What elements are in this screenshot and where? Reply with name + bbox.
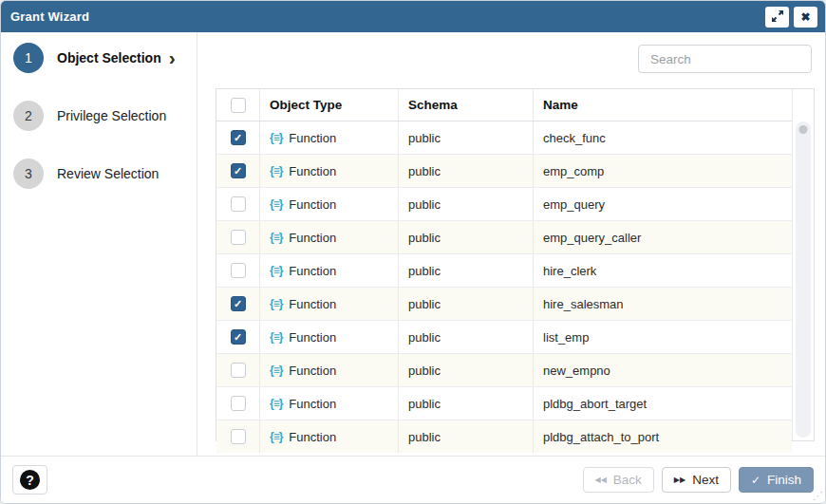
cell-schema: public [399,188,534,220]
cell-name: check_func [534,121,792,154]
row-checkbox[interactable] [231,363,246,378]
step-number-badge: 1 [13,43,44,73]
cell-schema: public [399,221,534,253]
table-header-row: Object Type Schema Name [216,89,792,121]
titlebar[interactable]: Grant Wizard ✖ [1,1,825,32]
dialog-footer: ? ◀◀ Back ▶▶ Next ✓ Finish ⋰ [1,456,825,503]
finish-button-label: Finish [767,473,801,487]
grant-wizard-dialog: Grant Wizard ✖ 1 Object Selection › 2 Pr… [0,0,826,504]
next-button-label: Next [692,473,719,487]
row-checkbox[interactable] [231,230,246,245]
close-icon: ✖ [800,11,810,23]
function-icon: {≡} [270,131,282,144]
row-checkbox[interactable] [231,263,246,278]
column-header-object-type: Object Type [260,89,399,121]
window-title: Grant Wizard [10,9,89,24]
function-icon: {≡} [270,330,282,344]
maximize-button[interactable] [765,7,789,28]
table-row[interactable]: {≡}Functionpublicemp_query [216,188,792,221]
close-button[interactable]: ✖ [794,7,817,28]
function-icon: {≡} [270,430,282,443]
row-checkbox-cell [216,221,260,253]
row-checkbox[interactable]: ✓ [231,296,246,311]
cell-name: emp_comp [534,155,792,187]
column-header-schema: Schema [399,89,534,121]
table-row[interactable]: {≡}Functionpublicpldbg_abort_target [216,387,792,420]
cell-name: new_empno [534,354,792,386]
object-table-rows: ✓{≡}Functionpubliccheck_func✓{≡}Function… [216,121,792,453]
select-all-checkbox[interactable] [231,98,246,113]
function-icon: {≡} [270,164,282,177]
step-privilege-selection[interactable]: 2 Privilege Selection [1,101,197,131]
row-checkbox[interactable] [231,196,246,212]
step-object-selection[interactable]: 1 Object Selection › [1,43,197,73]
table-row[interactable]: ✓{≡}Functionpubliclist_emp [216,321,792,354]
cell-object-type: {≡}Function [260,155,399,187]
row-checkbox-cell [216,420,260,453]
function-icon: {≡} [270,364,282,377]
table-scrollbar[interactable] [792,89,814,440]
step-label: Privilege Selection [57,108,166,123]
next-button[interactable]: ▶▶ Next [662,467,731,493]
table-row[interactable]: ✓{≡}Functionpublicemp_comp [216,155,792,188]
cell-object-type: {≡}Function [260,387,399,420]
cell-name: hire_salesman [534,288,792,320]
row-checkbox[interactable] [231,396,246,411]
cell-name: list_emp [534,321,792,353]
row-checkbox-cell: ✓ [216,288,260,320]
row-checkbox[interactable] [231,429,246,444]
scrollbar-track[interactable] [796,121,811,438]
row-checkbox-cell [216,188,260,220]
table-row[interactable]: {≡}Functionpublichire_clerk [216,254,792,288]
cell-schema: public [399,155,534,187]
row-checkbox[interactable]: ✓ [231,329,246,345]
finish-button[interactable]: ✓ Finish [739,467,814,493]
step-label: Review Selection [57,166,159,181]
table-row[interactable]: {≡}Functionpublicnew_empno [216,354,792,387]
cell-schema: public [399,321,534,353]
table-row[interactable]: ✓{≡}Functionpubliccheck_func [216,121,792,155]
cell-object-type: {≡}Function [260,254,399,287]
function-icon: {≡} [270,231,282,244]
function-icon: {≡} [270,264,282,277]
cell-name: pldbg_attach_to_port [534,420,792,453]
row-checkbox-cell: ✓ [216,155,260,187]
search-input[interactable] [638,45,812,73]
cell-object-type: {≡}Function [260,121,399,154]
row-checkbox[interactable]: ✓ [231,163,246,178]
back-button[interactable]: ◀◀ Back [583,467,654,493]
wizard-steps-panel: 1 Object Selection › 2 Privilege Selecti… [1,32,197,456]
double-left-arrow-icon: ◀◀ [595,476,607,484]
cell-schema: public [399,121,534,154]
cell-object-type: {≡}Function [260,288,399,320]
cell-schema: public [399,387,534,420]
help-icon: ? [20,470,40,490]
row-checkbox[interactable]: ✓ [231,130,246,145]
row-checkbox-cell [216,387,260,420]
table-row[interactable]: {≡}Functionpublicemp_query_caller [216,221,792,254]
dialog-body: 1 Object Selection › 2 Privilege Selecti… [1,32,825,456]
scrollbar-thumb[interactable] [799,125,808,134]
cell-name: emp_query [534,188,792,220]
table-row[interactable]: ✓{≡}Functionpublichire_salesman [216,288,792,321]
cell-schema: public [399,288,534,320]
cell-schema: public [399,420,534,453]
cell-object-type: {≡}Function [260,354,399,386]
header-checkbox-cell [216,89,260,121]
window-controls: ✖ [765,7,817,28]
row-checkbox-cell: ✓ [216,121,260,154]
cell-object-type: {≡}Function [260,420,399,453]
maximize-icon [772,10,783,24]
function-icon: {≡} [270,197,282,211]
step-review-selection[interactable]: 3 Review Selection [1,159,197,189]
resize-grip-icon[interactable]: ⋰ [813,491,822,501]
object-table-grid: Object Type Schema Name ✓{≡}Functionpubl… [216,89,792,440]
cell-name: hire_clerk [534,254,792,287]
column-header-name: Name [534,89,792,121]
object-table: Object Type Schema Name ✓{≡}Functionpubl… [216,88,815,441]
step-label: Object Selection [57,50,161,65]
table-row[interactable]: {≡}Functionpublicpldbg_attach_to_port [216,420,792,453]
help-button[interactable]: ? [12,465,47,495]
cell-schema: public [399,354,534,386]
row-checkbox-cell [216,354,260,386]
